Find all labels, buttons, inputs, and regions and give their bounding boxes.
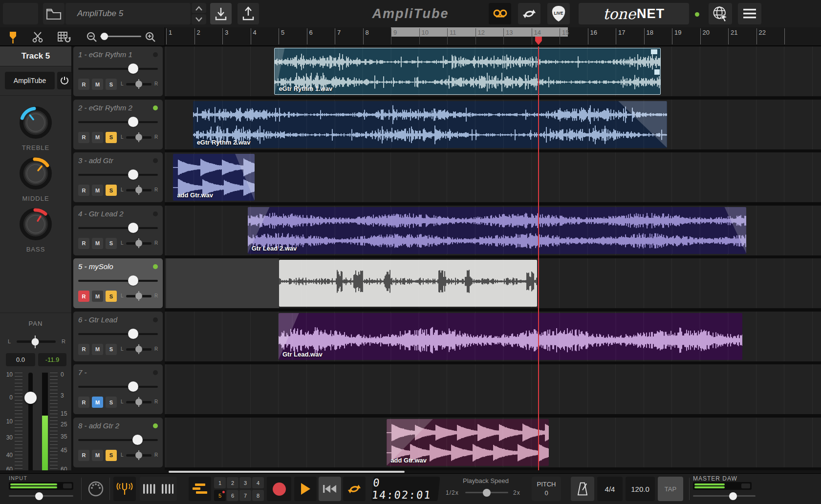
record-button[interactable] — [267, 477, 291, 501]
marker-tool-button[interactable] — [8, 30, 19, 46]
track-mute-button[interactable]: M — [92, 450, 103, 461]
track-solo-button[interactable]: S — [106, 397, 117, 408]
track-header-row[interactable]: 5 - mySolo R M S L R — [73, 258, 163, 308]
audio-clip[interactable] — [279, 260, 537, 307]
preset-next-button[interactable] — [192, 14, 206, 24]
track-select-cell[interactable]: 3 — [239, 477, 251, 488]
track-mute-button[interactable]: M — [92, 291, 103, 302]
track-record-arm-button[interactable]: R — [78, 238, 89, 249]
midi-button[interactable] — [87, 480, 105, 500]
track-volume-slider[interactable] — [78, 280, 158, 282]
pan-slider-knob[interactable] — [31, 336, 40, 348]
track-pan-knob[interactable] — [135, 187, 142, 193]
track-volume-knob[interactable] — [128, 117, 138, 127]
track-lane[interactable] — [165, 364, 821, 414]
track-record-arm-button[interactable]: R — [78, 397, 89, 408]
track-header-row[interactable]: 1 - eGtr Rythm 1 R M S L R — [73, 46, 163, 96]
track-record-arm-button[interactable]: R — [78, 79, 89, 90]
track-header-row[interactable]: 2 - eGtr Rythm 2 R M S L R — [73, 100, 163, 149]
track-mute-button[interactable]: M — [92, 238, 103, 249]
audio-clip[interactable]: Gtr Lead.wav — [279, 313, 742, 360]
input-level-slider-knob[interactable] — [35, 492, 43, 500]
rewind-button[interactable] — [319, 477, 341, 501]
tuner-button[interactable] — [113, 477, 136, 501]
track-pan-knob[interactable] — [135, 452, 142, 459]
track-volume-slider[interactable] — [78, 174, 158, 176]
track-volume-knob[interactable] — [128, 381, 138, 392]
track-record-arm-button[interactable]: R — [78, 344, 89, 355]
plugin-power-button[interactable] — [57, 72, 72, 89]
master-volume-slider-knob[interactable] — [729, 492, 737, 500]
pan-value-display[interactable]: 0.0 — [6, 353, 35, 366]
track-pan-knob[interactable] — [135, 293, 142, 299]
menu-button[interactable] — [738, 3, 761, 24]
timeline-lanes[interactable]: eGtr Rythm 1.wav eGtr Rythm 2.wav add Gt… — [165, 46, 821, 470]
middle-knob[interactable]: MIDDLE — [0, 155, 71, 202]
track-solo-button[interactable]: S — [106, 185, 117, 196]
track-solo-button[interactable]: S — [106, 450, 117, 461]
looper-button[interactable] — [518, 3, 540, 24]
track-mute-button[interactable]: M — [92, 132, 103, 143]
track-mute-button[interactable]: M — [92, 79, 103, 90]
pitch-control[interactable]: PITCH 0 — [532, 477, 561, 501]
track-mute-button[interactable]: M — [92, 185, 103, 196]
track-mute-button[interactable]: M — [92, 397, 103, 408]
track-volume-knob[interactable] — [128, 223, 138, 233]
track-header-row[interactable]: 8 - add Gtr 2 R M S L R — [73, 418, 163, 467]
track-record-arm-button[interactable]: R — [78, 291, 89, 302]
horizontal-scrollbar-thumb[interactable] — [169, 471, 405, 473]
track-volume-knob[interactable] — [132, 435, 143, 445]
track-volume-knob[interactable] — [128, 329, 138, 339]
time-signature-button[interactable]: 4/4 — [597, 477, 623, 501]
track-lane[interactable] — [165, 152, 821, 202]
track-solo-button[interactable]: S — [106, 79, 117, 90]
tonenet-button[interactable]: toneNET — [579, 3, 689, 24]
preset-prev-button[interactable] — [192, 3, 206, 13]
timeline-ruler[interactable]: 12345678910111213141516171819202122 — [165, 27, 821, 45]
audio-clip[interactable]: add Gtr.wav — [173, 154, 255, 201]
track-select-cell[interactable]: 2 — [227, 477, 238, 488]
track-solo-button[interactable]: S — [106, 291, 117, 302]
track-header-row[interactable]: 6 - Gtr Lead R M S L R — [73, 312, 163, 361]
clip-resize-handle[interactable] — [654, 69, 660, 75]
snap-tool-button[interactable] — [57, 31, 71, 45]
track-pan-knob[interactable] — [135, 240, 142, 247]
track-select-cell[interactable]: 8 — [252, 490, 264, 501]
track-volume-knob[interactable] — [128, 275, 138, 286]
tap-tempo-button[interactable]: TAP — [658, 477, 683, 501]
track-volume-slider[interactable] — [78, 439, 158, 441]
play-button[interactable] — [294, 477, 317, 501]
track-pan-knob[interactable] — [135, 134, 142, 141]
track-volume-slider[interactable] — [78, 121, 158, 123]
volume-fader[interactable] — [28, 373, 33, 476]
browser-toggle-button[interactable] — [3, 3, 38, 24]
track-volume-slider[interactable] — [78, 68, 158, 70]
track-record-arm-button[interactable]: R — [78, 132, 89, 143]
amplitube-plugin-button[interactable]: AmpliTube — [5, 72, 55, 89]
tracks-view-button[interactable] — [189, 477, 211, 501]
volume-fader-knob[interactable] — [24, 392, 37, 404]
zoom-in-button[interactable] — [145, 31, 156, 45]
track-header-row[interactable]: 3 - add Gtr R M S L R — [73, 152, 163, 202]
track-mute-button[interactable]: M — [92, 344, 103, 355]
zoom-out-button[interactable] — [86, 31, 98, 45]
network-button[interactable] — [709, 3, 732, 24]
keyboard-view-button[interactable] — [140, 477, 177, 501]
master-volume-slider[interactable] — [693, 495, 756, 497]
tempo-button[interactable]: 120.0 — [626, 477, 655, 501]
track-header-row[interactable]: 4 - Gtr Lead 2 R M S L R — [73, 206, 163, 255]
track-solo-button[interactable]: S — [106, 238, 117, 249]
time-display[interactable]: 0 14:02:01 — [371, 477, 440, 501]
track-select-cell[interactable]: 6 — [227, 490, 238, 501]
track-solo-button[interactable]: S — [106, 344, 117, 355]
clip-loop-handle[interactable] — [651, 49, 657, 54]
track-volume-slider[interactable] — [78, 333, 158, 335]
loop-playback-button[interactable] — [343, 477, 366, 501]
track-header-row[interactable]: 7 - R M S L R — [73, 364, 163, 414]
open-preset-button[interactable] — [43, 3, 65, 24]
track-pan-knob[interactable] — [135, 346, 142, 353]
export-button[interactable] — [238, 3, 259, 24]
recorder-toggle-button[interactable] — [489, 3, 511, 24]
audio-clip[interactable]: eGtr Rythm 1.wav — [274, 48, 661, 95]
track-record-arm-button[interactable]: R — [78, 450, 89, 461]
